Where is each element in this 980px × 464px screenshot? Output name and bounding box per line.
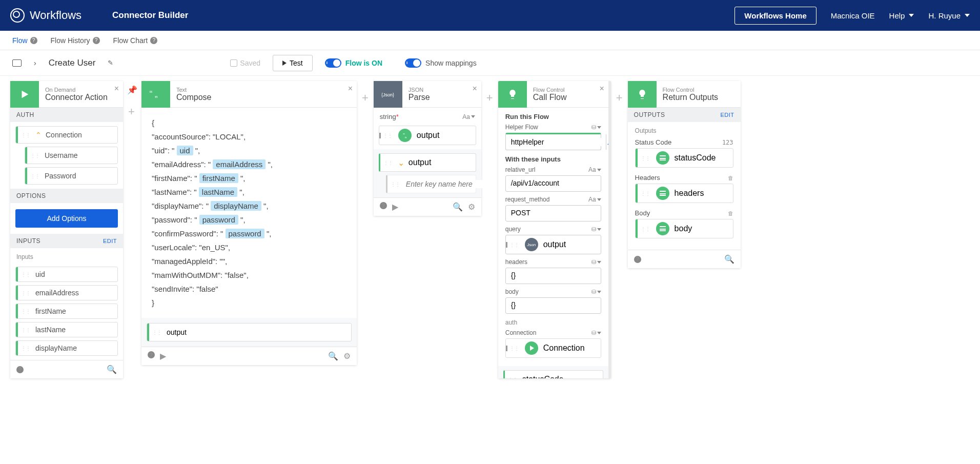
tab-flow[interactable]: Flow? bbox=[12, 36, 37, 45]
help-icon[interactable]: ? bbox=[30, 37, 37, 44]
search-icon[interactable] bbox=[724, 254, 734, 264]
trash-icon[interactable] bbox=[728, 209, 733, 217]
object-icon[interactable]: ⛁ bbox=[591, 124, 601, 131]
key-input[interactable] bbox=[403, 180, 500, 188]
add-node-button[interactable]: + bbox=[127, 98, 136, 126]
close-icon[interactable]: × bbox=[114, 84, 119, 93]
search-icon[interactable] bbox=[107, 365, 117, 374]
type-selector[interactable]: Aa bbox=[462, 113, 475, 120]
object-icon[interactable]: ⛁ bbox=[591, 289, 601, 295]
help-icon[interactable]: ? bbox=[16, 366, 24, 373]
input-lastname[interactable]: ⋮⋮lastName bbox=[15, 322, 118, 337]
play-icon[interactable]: ▶ bbox=[392, 202, 398, 212]
edit-inputs-button[interactable]: EDIT bbox=[103, 238, 117, 244]
mappings-label: Show mappings bbox=[425, 59, 477, 67]
play-icon[interactable]: ▶ bbox=[160, 351, 166, 361]
parse-input[interactable]: ⋮⋮ “„ output bbox=[379, 126, 476, 145]
search-icon[interactable] bbox=[328, 351, 338, 361]
type-selector[interactable]: Aa bbox=[588, 196, 601, 203]
play-icon bbox=[10, 81, 39, 108]
workflows-home-button[interactable]: Workflows Home bbox=[734, 7, 816, 25]
status-code-output[interactable]: ⋮⋮ statusCode bbox=[503, 370, 603, 378]
folder-icon[interactable] bbox=[12, 59, 22, 67]
input-displayname[interactable]: ⋮⋮displayName bbox=[15, 340, 118, 356]
input-uid[interactable]: ⋮⋮uid bbox=[15, 267, 118, 282]
play-circle-icon bbox=[525, 341, 538, 355]
object-icon[interactable]: ⛁ bbox=[591, 226, 601, 233]
card-title: Compose bbox=[176, 93, 211, 102]
connection-field[interactable]: ⋮⋮ ⌃ Connection bbox=[15, 126, 118, 144]
type-selector[interactable]: Aa bbox=[588, 166, 601, 173]
input-firstname[interactable]: ⋮⋮firstName bbox=[15, 304, 118, 319]
edit-outputs-button[interactable]: EDIT bbox=[721, 112, 734, 118]
help-menu[interactable]: Help bbox=[889, 11, 914, 20]
close-icon[interactable]: × bbox=[348, 84, 353, 93]
headers-input[interactable]: ⋮⋮ headers bbox=[635, 184, 733, 203]
chevron-down-icon: ⌄ bbox=[396, 158, 406, 168]
object-icon[interactable]: ⛁ bbox=[591, 330, 601, 336]
add-node-button[interactable]: + bbox=[361, 84, 370, 112]
add-node-button[interactable]: + bbox=[615, 84, 624, 112]
search-icon[interactable] bbox=[453, 202, 463, 212]
var-password[interactable]: password bbox=[199, 215, 238, 225]
var-uid[interactable]: uid bbox=[177, 146, 193, 155]
var-email[interactable]: emailAddress bbox=[213, 159, 266, 169]
user-menu[interactable]: H. Ruyue bbox=[928, 11, 970, 20]
help-icon[interactable]: ? bbox=[148, 351, 155, 358]
flow-toggle[interactable]: I bbox=[325, 58, 341, 68]
tab-flow-chart[interactable]: Flow Chart? bbox=[113, 36, 158, 45]
help-icon[interactable]: ? bbox=[93, 37, 100, 44]
var-password2[interactable]: password bbox=[226, 229, 264, 238]
headers-input[interactable]: {} bbox=[505, 268, 601, 284]
var-firstname[interactable]: firstName bbox=[199, 173, 238, 183]
add-options-button[interactable]: Add Options bbox=[15, 209, 118, 228]
logo-area: Workflows bbox=[10, 8, 81, 23]
text-icon: “„ bbox=[398, 129, 412, 142]
pin-icon[interactable]: 📌 bbox=[127, 85, 137, 95]
close-icon[interactable]: × bbox=[599, 84, 604, 93]
flow-status: Flow is ON bbox=[345, 59, 382, 67]
connection-input[interactable]: ⋮⋮ Connection bbox=[505, 338, 601, 358]
toolbar: › Create User ✎ Saved Test I Flow is ON … bbox=[0, 50, 980, 76]
object-icon[interactable]: ⛁ bbox=[591, 259, 601, 266]
json-icon: Json bbox=[525, 238, 538, 251]
gear-icon[interactable] bbox=[468, 202, 475, 212]
test-button[interactable]: Test bbox=[273, 55, 313, 71]
edit-name-icon[interactable]: ✎ bbox=[108, 59, 113, 67]
helper-flow-label: Helper Flow bbox=[505, 124, 538, 131]
close-icon[interactable]: × bbox=[473, 84, 477, 93]
outputs-header: OUTPUTS EDIT bbox=[628, 108, 741, 122]
helper-flow-selector[interactable]: ↗ bbox=[505, 133, 601, 150]
input-email[interactable]: ⋮⋮emailAddress bbox=[15, 285, 118, 300]
trash-icon[interactable] bbox=[728, 174, 733, 181]
help-icon[interactable]: ? bbox=[634, 256, 641, 263]
var-displayname[interactable]: displayName bbox=[211, 201, 261, 211]
key-name-input[interactable]: ⋮⋮ bbox=[386, 175, 476, 193]
gear-icon[interactable] bbox=[343, 351, 351, 361]
status-code-input[interactable]: ⋮⋮ statusCode bbox=[635, 148, 733, 168]
help-icon[interactable]: ? bbox=[380, 202, 387, 209]
add-node-button[interactable]: + bbox=[485, 84, 494, 112]
mappings-toggle[interactable]: I bbox=[405, 58, 421, 68]
password-field[interactable]: ⋮⋮ Password bbox=[25, 167, 118, 185]
options-header: OPTIONS bbox=[10, 189, 123, 203]
tab-flow-history[interactable]: Flow History? bbox=[51, 36, 100, 45]
body-input[interactable]: {} bbox=[505, 297, 601, 314]
query-input[interactable]: ⋮⋮ Json output bbox=[505, 235, 601, 254]
open-flow-icon[interactable]: ↗ bbox=[606, 134, 611, 150]
request-method-input[interactable]: POST bbox=[505, 205, 601, 221]
compose-output[interactable]: ⋮⋮ output bbox=[147, 323, 352, 341]
username-field[interactable]: ⋮⋮ Username bbox=[25, 147, 118, 164]
body-input[interactable]: ⋮⋮ body bbox=[635, 219, 733, 238]
compose-editor[interactable]: { "accountSource": "LOCAL", "uid": " uid… bbox=[141, 108, 357, 318]
helper-flow-input[interactable] bbox=[506, 138, 606, 146]
help-icon[interactable]: ? bbox=[150, 37, 157, 44]
auth-label: auth bbox=[505, 318, 601, 329]
string-label: string bbox=[380, 113, 396, 120]
headers-label: Headers bbox=[635, 174, 660, 181]
parse-output[interactable]: ⋮⋮ ⌄ output bbox=[379, 153, 476, 172]
inputs-label: Inputs bbox=[15, 252, 118, 264]
org-name[interactable]: Macnica OIE bbox=[831, 11, 875, 20]
relative-url-input[interactable]: /api/v1/account bbox=[505, 175, 601, 192]
var-lastname[interactable]: lastName bbox=[199, 187, 237, 197]
